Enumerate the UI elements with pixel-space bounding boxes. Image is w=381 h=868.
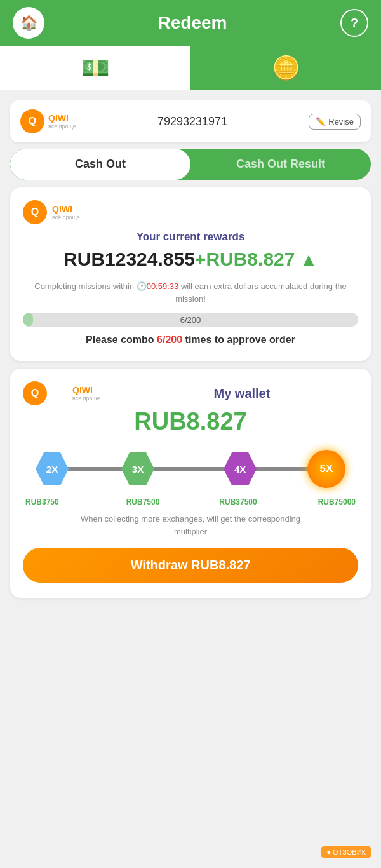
account-row: Q QIWI всё проще 79293231971 ✏️ Revise [10, 100, 371, 142]
mission-timer: 🕐00:59:33 [137, 281, 179, 291]
multiplier-section: 2X 3X 4X 5X [23, 447, 358, 491]
rewards-card: Q QIWI всё проще Your current rewards RU… [10, 187, 371, 361]
wallet-qiwi-text: QIWI всё проще [72, 385, 100, 402]
qiwi-logo: Q QIWI всё проще [20, 109, 76, 133]
withdraw-button[interactable]: Withdraw RUB8.827 [23, 548, 358, 583]
rewards-qiwi-row: Q QIWI всё проще [23, 200, 358, 224]
wallet-qiwi-name: QIWI [72, 385, 100, 395]
app-header: 🏠 Redeem ? [0, 0, 381, 46]
wallet-header: Q QIWI всё проще My wallet [23, 381, 358, 405]
rewards-up-arrow: ▲ [295, 250, 318, 269]
combo-text: Please combo 6/200 times to approve orde… [23, 334, 358, 346]
revise-button[interactable]: ✏️ Revise [309, 114, 361, 130]
watermark: ● ОТЗОВИК [321, 846, 371, 858]
combo-before: Please combo [86, 334, 157, 345]
mission-text-after: will earn extra dollars accumulated duri… [175, 281, 347, 304]
result-tab-label: Cash Out Result [236, 158, 325, 170]
qiwi-name: QIWI [48, 113, 76, 123]
page-title: Redeem [158, 13, 227, 33]
wallet-card: Q QIWI всё проще My wallet RUB8.827 2X 3… [10, 369, 371, 598]
cashout-tab-result[interactable]: Cash Out Result [190, 149, 371, 180]
progress-bar-fill [23, 313, 33, 327]
cashout-tab-label: Cash Out [75, 158, 126, 170]
help-icon: ? [351, 16, 358, 31]
edit-icon: ✏️ [316, 117, 326, 126]
wallet-qiwi-icon: Q [23, 381, 47, 405]
rewards-amount: RUB12324.855+RUB8.827 ▲ [23, 248, 358, 270]
label-75000: RUB75000 [311, 498, 356, 506]
label-37500: RUB37500 [216, 498, 260, 506]
rewards-qiwi-name: QIWI [52, 204, 80, 214]
rewards-qiwi-text: QIWI всё проще [52, 204, 80, 220]
wallet-desc-line2: multiplier [174, 527, 207, 536]
rewards-bonus-amount: +RUB8.827 [195, 248, 295, 269]
wallet-desc-line1: When collecting more exchanges, will get… [81, 514, 300, 524]
progress-label: 6/200 [180, 315, 201, 325]
progress-container: 6/200 [23, 313, 358, 327]
wallet-amount: RUB8.827 [23, 408, 358, 435]
cashout-tabs: Cash Out Cash Out Result [10, 149, 371, 180]
coin-icon: 🪙 [272, 55, 300, 81]
help-button[interactable]: ? [340, 9, 368, 37]
revise-label: Revise [328, 117, 354, 126]
label-3750: RUB3750 [25, 498, 70, 506]
home-button[interactable]: 🏠 [13, 7, 44, 39]
account-number: 79293231971 [76, 115, 309, 128]
rewards-mission-text: Completing missions within 🕐00:59:33 wil… [23, 280, 358, 305]
rewards-qiwi-icon: Q [23, 200, 47, 224]
qiwi-sub: всё проще [48, 123, 76, 130]
combo-after: times to approve order [182, 334, 295, 345]
tab-cash[interactable]: 💵 [0, 46, 190, 90]
wallet-qiwi-sub: всё проще [72, 395, 100, 402]
multiplier-3x: 3X [121, 452, 154, 485]
progress-bar-bg: 6/200 [23, 313, 358, 327]
rewards-base-amount: RUB12324.855 [64, 248, 195, 269]
cash-icon: 💵 [81, 55, 110, 81]
multiplier-4x: 4X [224, 452, 257, 485]
wallet-title: My wallet [126, 386, 358, 401]
cashout-tab-cashout[interactable]: Cash Out [10, 149, 190, 180]
multiplier-2x: 2X [36, 452, 69, 485]
label-7500: RUB7500 [121, 498, 165, 506]
multiplier-5x: 5X [307, 450, 345, 488]
rewards-qiwi-sub: всё проще [52, 214, 80, 220]
wallet-desc: When collecting more exchanges, will get… [23, 513, 358, 538]
rewards-title: Your current rewards [23, 231, 358, 243]
combo-highlight: 6/200 [157, 334, 182, 345]
home-icon: 🏠 [20, 15, 37, 31]
multiplier-labels: RUB3750 RUB7500 RUB37500 RUB75000 [23, 495, 358, 506]
tab-coin[interactable]: 🪙 [190, 46, 381, 90]
qiwi-text: QIWI всё проще [48, 113, 76, 130]
qiwi-icon: Q [20, 109, 44, 133]
mission-text-before: Completing missions within [34, 281, 136, 291]
tab-bar: 💵 🪙 [0, 46, 381, 90]
